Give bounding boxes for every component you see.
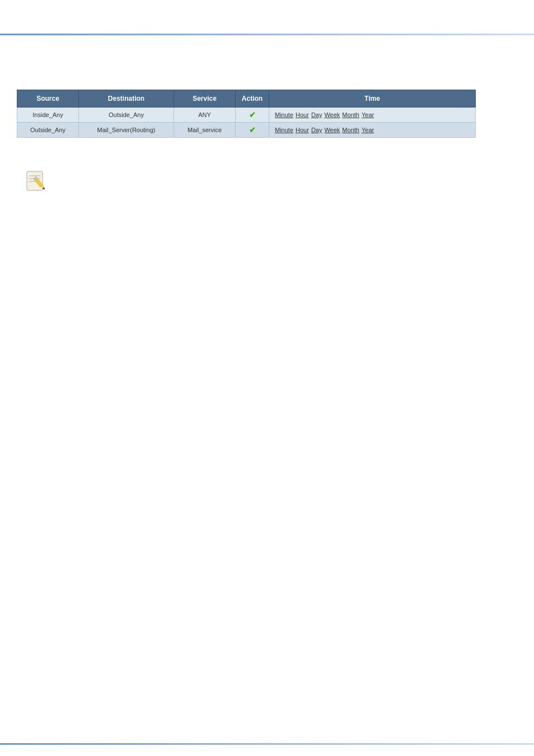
table-row: Outside_AnyMail_Server(Routing)Mail_serv… [17,123,476,138]
cell-source: Inside_Any [17,108,79,123]
table-header-row: Source Destination Service Action Time [17,90,476,108]
cell-destination: Mail_Server(Routing) [79,123,174,138]
time-link-minute[interactable]: Minute [275,111,293,118]
header-service: Service [174,90,236,108]
time-link-day[interactable]: Day [311,127,322,133]
table-row: Inside_AnyOutside_AnyANY✔MinuteHourDayWe… [17,108,476,123]
edit-pencil-icon [22,166,49,193]
header-time: Time [269,90,476,108]
table-body: Inside_AnyOutside_AnyANY✔MinuteHourDayWe… [17,108,476,138]
svg-rect-0 [27,171,43,190]
time-link-hour[interactable]: Hour [296,111,309,118]
header-action: Action [236,90,269,108]
cell-action: ✔ [236,123,269,138]
policy-table-container: Source Destination Service Action Time I… [17,90,517,138]
cell-service: Mail_service [174,123,236,138]
time-link-year[interactable]: Year [362,127,374,133]
time-link-week[interactable]: Week [324,111,340,118]
time-link-day[interactable]: Day [311,111,322,118]
cell-service: ANY [174,108,236,123]
cell-source: Outside_Any [17,123,79,138]
cell-destination: Outside_Any [79,108,174,123]
cell-time: MinuteHourDayWeekMonthYear [269,123,476,138]
time-link-hour[interactable]: Hour [296,127,309,133]
time-link-minute[interactable]: Minute [275,127,293,133]
cell-time: MinuteHourDayWeekMonthYear [269,108,476,123]
header-destination: Destination [79,90,174,108]
time-link-month[interactable]: Month [342,127,359,133]
bottom-border [0,743,534,745]
time-link-month[interactable]: Month [342,111,359,118]
action-checkmark: ✔ [249,125,256,134]
policy-table: Source Destination Service Action Time I… [17,90,476,138]
top-border [0,34,534,35]
time-link-week[interactable]: Week [324,127,340,133]
icon-area [17,160,517,200]
action-checkmark: ✔ [249,110,256,119]
header-source: Source [17,90,79,108]
time-link-year[interactable]: Year [362,111,374,118]
cell-action: ✔ [236,108,269,123]
